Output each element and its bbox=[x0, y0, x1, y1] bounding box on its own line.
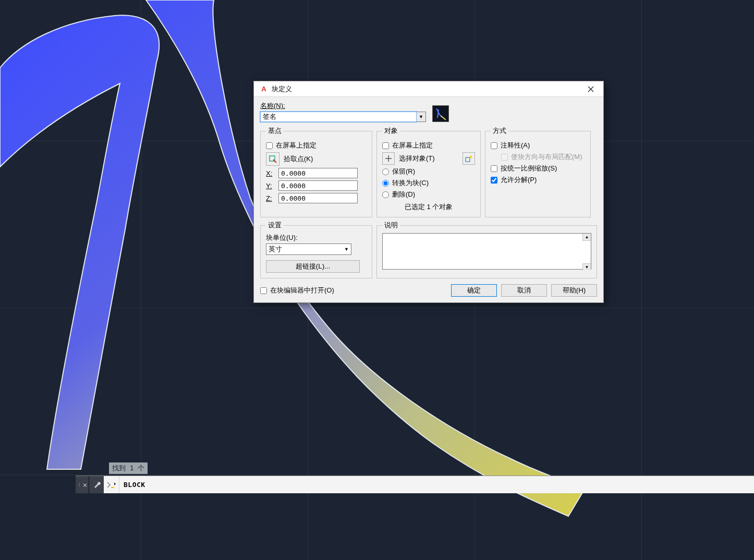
convert-to-block-label: 转换为块(C) bbox=[392, 178, 429, 188]
objects-group: 对象 在屏幕上指定 选择对象(T) bbox=[376, 126, 481, 217]
z-coordinate-input[interactable] bbox=[278, 193, 358, 203]
chevron-down-icon: ▼ bbox=[344, 247, 349, 252]
dialog-titlebar[interactable]: A 块定义 bbox=[254, 81, 603, 97]
behavior-legend: 方式 bbox=[491, 126, 508, 136]
annotative-checkbox[interactable] bbox=[491, 142, 497, 149]
help-button[interactable]: 帮助(H) bbox=[551, 284, 597, 297]
y-coordinate-input[interactable] bbox=[278, 180, 358, 191]
open-in-block-editor-label: 在块编辑器中打开(O) bbox=[270, 286, 334, 295]
block-name-input[interactable] bbox=[260, 112, 417, 122]
retain-label: 保留(R) bbox=[392, 167, 415, 176]
basepoint-legend: 基点 bbox=[266, 126, 284, 136]
retain-radio[interactable] bbox=[382, 168, 389, 175]
command-prompt-icon bbox=[106, 481, 117, 489]
command-input[interactable]: BLOCK bbox=[119, 481, 145, 489]
block-unit-value: 英寸 bbox=[269, 245, 282, 254]
objects-legend: 对象 bbox=[382, 126, 400, 136]
behavior-group: 方式 注释性(A) 使块方向与布局匹配(M) 按统一比例缩放(S) 允许分解(P… bbox=[485, 126, 591, 217]
annotative-label: 注释性(A) bbox=[501, 141, 530, 150]
scroll-up-button[interactable]: ▲ bbox=[582, 234, 591, 241]
quick-select-icon bbox=[465, 155, 472, 162]
commandbar-customize-button[interactable] bbox=[89, 476, 104, 493]
x-coordinate-input[interactable] bbox=[278, 168, 358, 178]
command-prompt-icon-area[interactable] bbox=[104, 476, 119, 493]
basepoint-specify-onscreen-label: 在屏幕上指定 bbox=[276, 141, 317, 150]
delete-radio[interactable] bbox=[382, 191, 389, 198]
block-preview-thumbnail bbox=[432, 105, 449, 122]
found-tooltip: 找到 1 个 bbox=[109, 462, 148, 474]
z-axis-label: Z: bbox=[266, 194, 274, 202]
autocad-app-icon: A bbox=[259, 84, 269, 94]
ok-button[interactable]: 确定 bbox=[451, 284, 497, 297]
objects-specify-onscreen-label: 在屏幕上指定 bbox=[392, 141, 433, 150]
match-orientation-label: 使块方向与布局匹配(M) bbox=[511, 152, 582, 162]
allow-exploding-label: 允许分解(P) bbox=[501, 175, 537, 185]
match-orientation-checkbox bbox=[501, 154, 508, 161]
grip-icon: ⋮ bbox=[77, 482, 81, 487]
name-label: 名称(N): bbox=[260, 101, 426, 111]
select-objects-icon bbox=[385, 155, 392, 162]
description-group: 说明 ▲ ▼ bbox=[376, 221, 597, 278]
description-legend: 说明 bbox=[382, 221, 400, 230]
pick-point-label: 拾取点(K) bbox=[284, 154, 313, 164]
block-definition-dialog: A 块定义 名称(N): ▼ 基点 bbox=[253, 81, 604, 303]
block-unit-select[interactable]: 英寸 ▼ bbox=[266, 244, 351, 255]
name-dropdown-button[interactable]: ▼ bbox=[417, 112, 426, 122]
quick-select-button[interactable] bbox=[463, 152, 475, 165]
allow-exploding-checkbox[interactable] bbox=[491, 177, 497, 184]
selection-status: 已选定 1 个对象 bbox=[382, 202, 475, 212]
hyperlink-button[interactable]: 超链接(L)... bbox=[266, 260, 360, 273]
pick-point-icon bbox=[269, 155, 277, 163]
command-bar: ⋮ × BLOCK bbox=[76, 476, 754, 493]
select-objects-label: 选择对象(T) bbox=[399, 154, 435, 163]
svg-marker-4 bbox=[114, 482, 116, 485]
y-axis-label: Y: bbox=[266, 182, 274, 190]
basepoint-specify-onscreen-checkbox[interactable] bbox=[266, 142, 273, 149]
settings-group: 设置 块单位(U): 英寸 ▼ 超链接(L)... bbox=[260, 221, 372, 278]
description-textarea[interactable] bbox=[382, 233, 591, 270]
convert-to-block-radio[interactable] bbox=[382, 180, 389, 187]
scale-uniformly-checkbox[interactable] bbox=[491, 165, 497, 172]
block-unit-label: 块单位(U): bbox=[266, 233, 367, 242]
open-in-block-editor-checkbox[interactable] bbox=[260, 287, 267, 294]
scroll-down-button[interactable]: ▼ bbox=[582, 263, 591, 271]
close-icon bbox=[588, 86, 594, 92]
settings-legend: 设置 bbox=[266, 221, 284, 230]
objects-specify-onscreen-checkbox[interactable] bbox=[382, 142, 389, 149]
dialog-title: 块定义 bbox=[272, 84, 292, 94]
scale-uniformly-label: 按统一比例缩放(S) bbox=[501, 164, 557, 173]
cancel-button[interactable]: 取消 bbox=[501, 284, 547, 297]
svg-point-2 bbox=[470, 156, 472, 159]
basepoint-group: 基点 在屏幕上指定 拾取点(K) X: Y: bbox=[260, 126, 372, 217]
close-button[interactable] bbox=[580, 81, 601, 96]
commandbar-close-button[interactable]: ⋮ × bbox=[76, 476, 89, 493]
delete-label: 删除(D) bbox=[392, 190, 415, 199]
wrench-icon bbox=[92, 481, 101, 489]
close-icon: × bbox=[83, 481, 87, 489]
svg-rect-1 bbox=[466, 157, 470, 162]
x-axis-label: X: bbox=[266, 169, 274, 177]
select-objects-button[interactable] bbox=[382, 152, 395, 165]
pick-point-button[interactable] bbox=[266, 152, 279, 166]
